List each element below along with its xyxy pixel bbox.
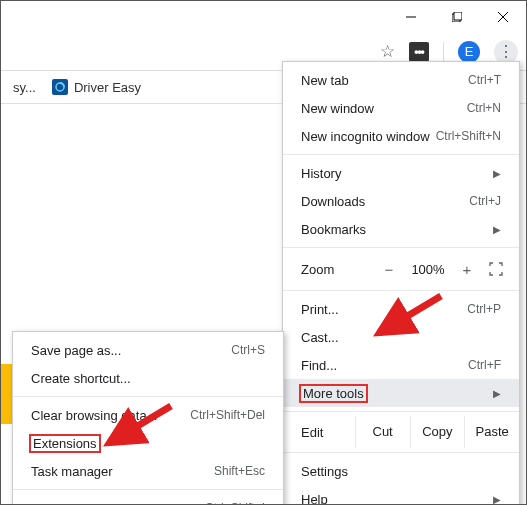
menu-separator [283, 452, 519, 453]
submenu-create-shortcut[interactable]: Create shortcut... [13, 364, 283, 392]
submenu-dev-tools[interactable]: Developer toolsCtrl+Shift+I [13, 494, 283, 505]
toolbar-separator [443, 42, 444, 62]
menu-new-incognito[interactable]: New incognito windowCtrl+Shift+N [283, 122, 519, 150]
profile-avatar[interactable]: E [458, 41, 480, 63]
maximize-button[interactable] [434, 1, 480, 33]
cut-button[interactable]: Cut [355, 416, 410, 448]
annotation-arrow-extensions [101, 401, 181, 455]
annotation-highlight: More tools [299, 384, 368, 403]
bookmark-item-1[interactable]: sy... [5, 80, 44, 95]
zoom-value: 100% [407, 262, 449, 277]
paste-button[interactable]: Paste [464, 416, 519, 448]
zoom-out-button[interactable]: − [377, 261, 401, 278]
menu-more-tools[interactable]: More tools▶ [283, 379, 519, 407]
chevron-right-icon: ▶ [487, 224, 501, 235]
window-titlebar [1, 1, 526, 33]
menu-edit-row: Edit Cut Copy Paste [283, 416, 519, 448]
chevron-right-icon: ▶ [487, 388, 501, 399]
menu-downloads[interactable]: DownloadsCtrl+J [283, 187, 519, 215]
driver-easy-icon [52, 79, 68, 95]
zoom-label: Zoom [301, 262, 371, 277]
menu-new-tab[interactable]: New tabCtrl+T [283, 66, 519, 94]
chevron-right-icon: ▶ [487, 168, 501, 179]
edit-label: Edit [283, 425, 355, 440]
menu-history[interactable]: History▶ [283, 159, 519, 187]
bookmark-label: sy... [13, 80, 36, 95]
bookmark-label: Driver Easy [74, 80, 141, 95]
submenu-task-manager[interactable]: Task managerShift+Esc [13, 457, 283, 485]
menu-find[interactable]: Find...Ctrl+F [283, 351, 519, 379]
menu-separator [283, 411, 519, 412]
svg-line-6 [379, 296, 441, 333]
copy-button[interactable]: Copy [410, 416, 465, 448]
bookmark-item-driver-easy[interactable]: Driver Easy [44, 79, 149, 95]
menu-dots-icon[interactable]: ⋮ [494, 40, 518, 64]
minimize-button[interactable] [388, 1, 434, 33]
bookmark-star-icon[interactable]: ☆ [380, 41, 395, 62]
close-button[interactable] [480, 1, 526, 33]
chevron-right-icon: ▶ [487, 494, 501, 505]
zoom-in-button[interactable]: + [455, 261, 479, 278]
chrome-main-menu: New tabCtrl+T New windowCtrl+N New incog… [282, 61, 520, 505]
menu-separator [283, 247, 519, 248]
svg-line-7 [109, 406, 171, 443]
menu-separator [13, 489, 283, 490]
annotation-highlight: Extensions [29, 434, 101, 453]
menu-separator [13, 396, 283, 397]
menu-bookmarks[interactable]: Bookmarks▶ [283, 215, 519, 243]
submenu-save-page[interactable]: Save page as...Ctrl+S [13, 336, 283, 364]
menu-help[interactable]: Help▶ [283, 485, 519, 505]
extension-badge[interactable]: ••• [409, 42, 429, 62]
svg-rect-2 [454, 12, 462, 20]
menu-zoom-row: Zoom − 100% + [283, 252, 519, 286]
fullscreen-icon[interactable] [485, 262, 507, 276]
annotation-arrow-more-tools [371, 291, 451, 345]
menu-separator [283, 154, 519, 155]
menu-settings[interactable]: Settings [283, 457, 519, 485]
menu-new-window[interactable]: New windowCtrl+N [283, 94, 519, 122]
